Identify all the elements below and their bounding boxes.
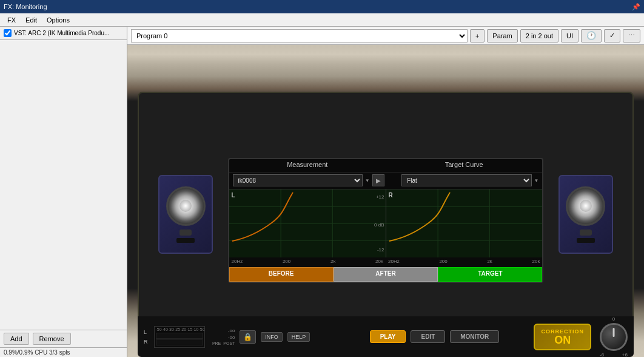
dropdown-arrow-target: ▼ — [534, 178, 539, 183]
plus-button[interactable]: + — [470, 29, 485, 42]
speaker-box-left — [158, 175, 213, 254]
xaxis-200-l: 200 — [283, 259, 290, 267]
display-buttons: BEFORE AFTER TARGET — [229, 267, 543, 282]
menu-fx[interactable]: FX — [2, 15, 21, 25]
info-button[interactable]: INFO — [261, 332, 283, 342]
meter-l-bar — [156, 333, 203, 339]
correction-box[interactable]: CORRECTION ON — [534, 324, 591, 350]
scale-20: -20 — [180, 327, 186, 332]
graph-grid-left — [229, 189, 386, 257]
scale-15: -15 — [186, 327, 192, 332]
db-minus-oo-1: -oo — [228, 328, 235, 333]
measurement-header: Measurement — [229, 159, 386, 172]
menu-edit[interactable]: Edit — [21, 15, 42, 25]
status-bar: 0.9%/0.9% CPU 3/3 spls — [0, 347, 127, 357]
display-area: Measurement Target Curve ik0008 ▼ ▶ — [228, 158, 544, 283]
target-button[interactable]: TARGET — [438, 267, 542, 282]
io-button[interactable]: 2 in 2 out — [520, 29, 558, 42]
vst-checkbox[interactable] — [4, 29, 12, 37]
arc-body: ARC 2 Advanced Room Correction System AU… — [127, 45, 644, 357]
scale-10: -10 — [192, 327, 198, 332]
db-pre-post: -oo -oo PRE POST — [212, 328, 235, 345]
graph-left-label: L — [232, 192, 235, 199]
meter-r-bar — [156, 339, 203, 345]
trim-plus: +6 — [622, 352, 628, 357]
add-button[interactable]: Add — [4, 333, 29, 345]
panels-controls: ik0008 ▼ ▶ Flat ▼ — [229, 172, 543, 189]
scale-25: -25 — [174, 327, 180, 332]
before-button[interactable]: BEFORE — [229, 267, 334, 282]
menu-bar: FX Edit Options — [0, 13, 644, 27]
trim-minus: -6 — [600, 352, 604, 357]
pre-post-labels: PRE POST — [212, 341, 235, 345]
speaker-right — [549, 151, 623, 278]
xaxis-2k-l: 2k — [330, 259, 335, 267]
woofer-left — [166, 186, 206, 226]
left-panel-content — [0, 40, 127, 330]
dropdown-arrow-measurement: ▼ — [365, 178, 370, 183]
trim-area: 0 -6 +6 — [600, 316, 628, 357]
play-button[interactable]: PLAY — [370, 330, 406, 343]
port-left — [176, 238, 195, 243]
left-panel: VST: ARC 2 (IK Multimedia Produ... Add R… — [0, 27, 127, 357]
vu-labels: L R — [144, 329, 148, 345]
scale-50: -50 — [156, 327, 162, 332]
correction-value: ON — [541, 335, 584, 345]
transport-area: L R -50 -40 -30 -25 -20 -15 -1 — [138, 316, 634, 357]
speaker-left — [149, 151, 223, 278]
remove-button[interactable]: Remove — [33, 333, 71, 345]
vu-r-label: R — [144, 339, 148, 345]
param-button[interactable]: Param — [487, 29, 517, 42]
xaxis-200-r: 200 — [439, 259, 447, 267]
scale-40: -40 — [162, 327, 168, 332]
trim-top-label: 0 — [612, 316, 615, 322]
target-select[interactable]: Flat — [401, 174, 531, 186]
lock-button[interactable]: 🔒 — [240, 330, 256, 344]
play-measurement-button[interactable]: ▶ — [372, 174, 384, 186]
speaker-box-right — [558, 175, 613, 254]
help-button[interactable]: HELP — [287, 332, 310, 342]
panels-graphs: L +12 0 dB -12 — [229, 189, 543, 257]
vu-l-label: L — [144, 329, 148, 335]
monitor-button[interactable]: MONITOR — [450, 330, 499, 343]
trim-knob[interactable] — [600, 323, 628, 351]
pre-label: PRE — [212, 341, 221, 345]
meter-display: -50 -40 -30 -25 -20 -15 -10 -5 0 +5 OVER — [154, 326, 205, 348]
edit-button[interactable]: EDIT — [411, 330, 445, 343]
graph-right-label: R — [389, 192, 393, 199]
menu-options[interactable]: Options — [42, 15, 75, 25]
clock-button[interactable]: 🕐 — [581, 29, 602, 42]
check-button[interactable]: ✓ — [604, 29, 620, 42]
db-zero-label-left: 0 dB — [374, 222, 384, 228]
graph-grid-right — [386, 189, 543, 257]
trim-bottom-labels: -6 +6 — [600, 352, 628, 357]
program-select[interactable]: Program 0 — [131, 29, 468, 42]
woofer-inner-right — [580, 200, 592, 212]
xaxis-2k-r: 2k — [487, 259, 492, 267]
ui-button[interactable]: UI — [561, 29, 579, 42]
woofer-right — [566, 186, 605, 226]
post-label: POST — [223, 341, 235, 345]
pin-icon[interactable]: 📌 — [632, 3, 640, 11]
db-minus-oo-2: -oo — [228, 335, 235, 340]
title-text: FX: Monitoring — [4, 3, 47, 10]
xaxis-20hz-r: 20Hz — [388, 259, 400, 267]
vst-item[interactable]: VST: ARC 2 (IK Multimedia Produ... — [0, 27, 127, 40]
title-bar: FX: Monitoring 📌 — [0, 0, 644, 13]
main-layout: VST: ARC 2 (IK Multimedia Produ... Add R… — [0, 27, 644, 357]
db-plus-label-left: +12 — [376, 194, 384, 200]
after-button[interactable]: AFTER — [334, 267, 438, 282]
scale-0: 0 — [203, 327, 205, 332]
dark-center: Measurement Target Curve ik0008 ▼ ▶ — [138, 92, 634, 326]
xaxis-20hz-l: 20Hz — [232, 259, 243, 267]
meter-scale: -50 -40 -30 -25 -20 -15 -10 -5 0 +5 OVER — [155, 327, 204, 332]
measurement-select[interactable]: ik0008 — [233, 174, 363, 186]
panels-header: Measurement Target Curve — [229, 159, 543, 172]
vst-label: VST: ARC 2 (IK Multimedia Produ... — [14, 30, 109, 36]
port-right — [577, 238, 595, 243]
db-minus-label-left: -12 — [377, 247, 384, 253]
plugin-body: ARC 2 Advanced Room Correction System AU… — [127, 45, 644, 357]
scale-30: -30 — [168, 327, 174, 332]
menu-dots-button[interactable]: ⋯ — [623, 29, 640, 42]
left-panel-bottom: Add Remove — [0, 330, 127, 347]
